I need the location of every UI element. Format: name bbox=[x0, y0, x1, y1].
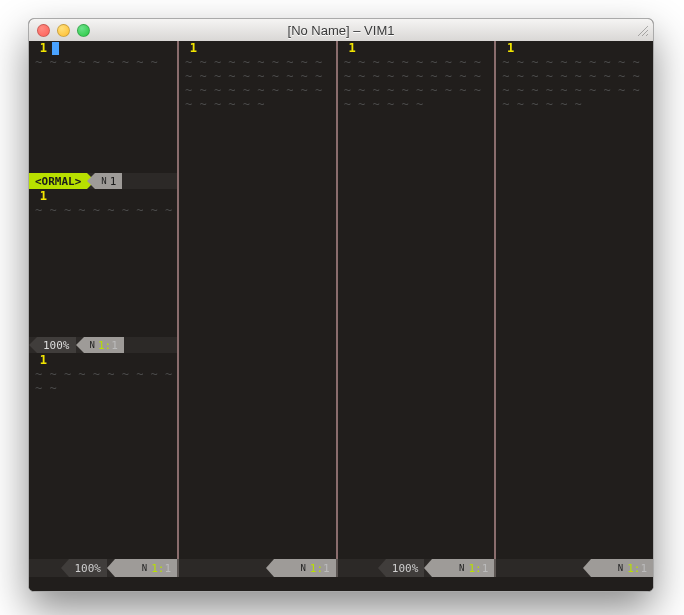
pane-col4[interactable]: 1 ~ ~ ~ ~ ~ ~ ~ ~ ~ ~ ~ ~ ~ ~ ~ ~ ~ ~ ~ … bbox=[496, 41, 653, 559]
position-segment: N 1:1 bbox=[591, 559, 653, 577]
mode-segment: <ORMAL> bbox=[29, 173, 87, 189]
window-title: [No Name] – VIM1 bbox=[29, 23, 653, 38]
buffer-indicator-icon: N bbox=[459, 563, 464, 573]
cursor bbox=[52, 42, 59, 55]
statusline: 100% N 1:1 bbox=[29, 337, 177, 353]
cursor-position: 1:1 bbox=[98, 339, 118, 352]
buffer-indicator-icon: N bbox=[90, 340, 95, 350]
editor-area: 1 ~ ~ ~ ~ ~ ~ ~ ~ ~ <ORMAL> N 1 bbox=[29, 41, 653, 559]
status-cell: N 1:1 bbox=[494, 559, 653, 577]
status-cell: N 1:1 bbox=[177, 559, 336, 577]
percent-segment: 100% bbox=[69, 559, 108, 577]
pane-bottom-left[interactable]: 1 ~ ~ ~ ~ ~ ~ ~ ~ ~ ~ ~ ~ bbox=[29, 353, 177, 559]
buffer-line: 1 bbox=[496, 41, 653, 55]
buffer-indicator-icon: N bbox=[101, 176, 106, 186]
buffer-number: 1 bbox=[110, 175, 117, 188]
buffer-line: 1 bbox=[179, 41, 336, 55]
pane-col2[interactable]: 1 ~ ~ ~ ~ ~ ~ ~ ~ ~ ~ ~ ~ ~ ~ ~ ~ ~ ~ ~ … bbox=[179, 41, 336, 559]
pane-col3[interactable]: 1 ~ ~ ~ ~ ~ ~ ~ ~ ~ ~ ~ ~ ~ ~ ~ ~ ~ ~ ~ … bbox=[338, 41, 495, 559]
status-cell: 100% N 1:1 bbox=[29, 559, 177, 577]
tilde-column: ~ ~ ~ ~ ~ ~ ~ ~ ~ ~ ~ ~ ~ ~ ~ ~ ~ ~ ~ ~ … bbox=[496, 55, 653, 559]
pane-mid-left[interactable]: 1 ~ ~ ~ ~ ~ ~ ~ ~ ~ ~ 100% N 1:1 bbox=[29, 189, 177, 353]
buffer-line: 1 bbox=[338, 41, 495, 55]
left-column: 1 ~ ~ ~ ~ ~ ~ ~ ~ ~ <ORMAL> N 1 bbox=[29, 41, 177, 559]
position-segment: N 1:1 bbox=[84, 337, 124, 353]
line-number: 1 bbox=[29, 41, 51, 55]
svg-line-2 bbox=[646, 34, 648, 36]
pane-top-left[interactable]: 1 ~ ~ ~ ~ ~ ~ ~ ~ ~ <ORMAL> N 1 bbox=[29, 41, 177, 189]
percent-segment: 100% bbox=[37, 337, 76, 353]
global-statusline: 100% N 1:1 N 1:1 100% N 1:1 bbox=[29, 559, 653, 577]
line-number: 1 bbox=[338, 41, 360, 55]
tilde-column: ~ ~ ~ ~ ~ ~ ~ ~ ~ ~ bbox=[29, 203, 177, 337]
line-number: 1 bbox=[496, 41, 518, 55]
buffer-line: 1 bbox=[29, 41, 177, 55]
buffer-segment: N 1 bbox=[95, 173, 122, 189]
buffer-indicator-icon: N bbox=[142, 563, 147, 573]
resize-grip-icon[interactable] bbox=[635, 23, 649, 37]
tilde-column: ~ ~ ~ ~ ~ ~ ~ ~ ~ ~ ~ ~ bbox=[29, 367, 177, 559]
position-segment: N 1:1 bbox=[432, 559, 494, 577]
line-number: 1 bbox=[29, 353, 51, 367]
editor-workspace: 1 ~ ~ ~ ~ ~ ~ ~ ~ ~ <ORMAL> N 1 bbox=[29, 41, 653, 591]
buffer-line: 1 bbox=[29, 353, 177, 367]
position-segment: N 1:1 bbox=[274, 559, 336, 577]
command-line[interactable] bbox=[29, 577, 653, 591]
line-number: 1 bbox=[29, 189, 51, 203]
tilde-column: ~ ~ ~ ~ ~ ~ ~ ~ ~ bbox=[29, 55, 177, 173]
status-cell: 100% N 1:1 bbox=[336, 559, 495, 577]
tilde-column: ~ ~ ~ ~ ~ ~ ~ ~ ~ ~ ~ ~ ~ ~ ~ ~ ~ ~ ~ ~ … bbox=[179, 55, 336, 559]
tilde-column: ~ ~ ~ ~ ~ ~ ~ ~ ~ ~ ~ ~ ~ ~ ~ ~ ~ ~ ~ ~ … bbox=[338, 55, 495, 559]
position-segment: N 1:1 bbox=[115, 559, 177, 577]
percent-segment: 100% bbox=[386, 559, 425, 577]
statusline: <ORMAL> N 1 bbox=[29, 173, 177, 189]
buffer-line: 1 bbox=[29, 189, 177, 203]
buffer-indicator-icon: N bbox=[618, 563, 623, 573]
titlebar[interactable]: [No Name] – VIM1 bbox=[29, 19, 653, 42]
line-number: 1 bbox=[179, 41, 201, 55]
app-window: [No Name] – VIM1 1 ~ ~ ~ ~ ~ ~ ~ ~ ~ <OR… bbox=[28, 18, 654, 592]
buffer-indicator-icon: N bbox=[300, 563, 305, 573]
